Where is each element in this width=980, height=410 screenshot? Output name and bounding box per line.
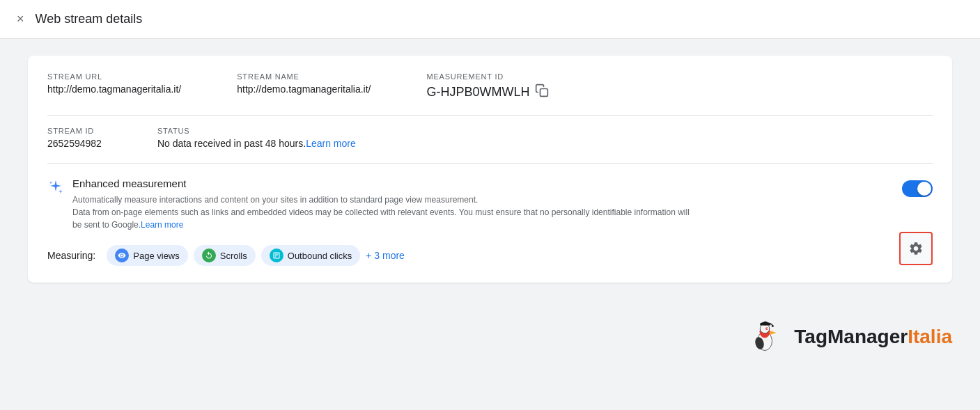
measuring-row-wrapper: Measuring: Page views <box>47 231 933 266</box>
stream-id-value: 2652594982 <box>47 138 102 149</box>
copy-icon[interactable] <box>535 84 549 101</box>
svg-marker-4 <box>770 331 777 335</box>
stream-name-label: STREAM NAME <box>237 72 371 81</box>
chip-page-views: Page views <box>107 245 187 266</box>
status-learn-more-link[interactable]: Learn more <box>306 138 356 149</box>
chips-group: Page views Scrolls <box>107 245 405 266</box>
enhanced-text-block: Enhanced measurement Automatically measu… <box>72 178 699 231</box>
svg-point-6 <box>767 328 768 329</box>
enhanced-measurement-section: Enhanced measurement Automatically measu… <box>47 164 933 266</box>
measurement-id-value: G-HJPB0WMWLH <box>426 85 529 100</box>
chip-outbound-clicks-label: Outbound clicks <box>288 251 352 261</box>
more-link[interactable]: + 3 more <box>366 250 405 261</box>
svg-point-10 <box>772 325 774 327</box>
stream-url-value: http://demo.tagmanageritalia.it/ <box>47 84 181 95</box>
measuring-row: Measuring: Page views <box>47 245 405 266</box>
stream-name-value: http://demo.tagmanageritalia.it/ <box>237 84 371 95</box>
stream-bottom-row: STREAM ID 2652594982 STATUS No data rece… <box>47 116 933 164</box>
stream-name-block: STREAM NAME http://demo.tagmanageritalia… <box>237 72 371 101</box>
measuring-label: Measuring: <box>47 250 95 261</box>
close-button[interactable]: × <box>17 12 24 26</box>
enhanced-description: Automatically measure interactions and c… <box>72 194 699 231</box>
outbound-clicks-icon <box>270 249 283 262</box>
measurement-id-label: MEASUREMENT ID <box>426 72 549 81</box>
page-title: Web stream details <box>36 12 143 26</box>
scrolls-icon <box>202 249 216 262</box>
enhanced-title: Enhanced measurement <box>72 178 699 189</box>
stream-url-label: STREAM URL <box>47 72 181 81</box>
svg-rect-0 <box>540 89 548 97</box>
tagmanager-bird-icon <box>744 316 786 358</box>
stream-details-card: STREAM URL http://demo.tagmanageritalia.… <box>28 56 952 283</box>
measurement-id-block: MEASUREMENT ID G-HJPB0WMWLH <box>426 72 549 101</box>
gear-settings-button[interactable] <box>899 232 933 265</box>
status-label: STATUS <box>157 127 356 135</box>
stream-id-block: STREAM ID 2652594982 <box>47 127 102 149</box>
sparkle-icon <box>47 179 64 200</box>
status-value: No data received in past 48 hours.Learn … <box>157 138 356 149</box>
stream-id-label: STREAM ID <box>47 127 102 135</box>
logo-text: TagManagerItalia <box>794 326 952 348</box>
header: × Web stream details <box>0 0 980 39</box>
stream-url-block: STREAM URL http://demo.tagmanageritalia.… <box>47 72 181 101</box>
status-block: STATUS No data received in past 48 hours… <box>157 127 356 149</box>
stream-top-row: STREAM URL http://demo.tagmanageritalia.… <box>47 72 933 116</box>
chip-scrolls: Scrolls <box>194 245 256 266</box>
page-views-icon <box>115 249 129 262</box>
enhanced-learn-more-link[interactable]: Learn more <box>141 220 183 230</box>
tagmanager-logo: TagManagerItalia <box>0 299 980 358</box>
chip-scrolls-label: Scrolls <box>220 251 247 261</box>
enhanced-toggle[interactable] <box>902 180 933 197</box>
chip-page-views-label: Page views <box>133 251 179 261</box>
chip-outbound-clicks: Outbound clicks <box>261 245 361 266</box>
